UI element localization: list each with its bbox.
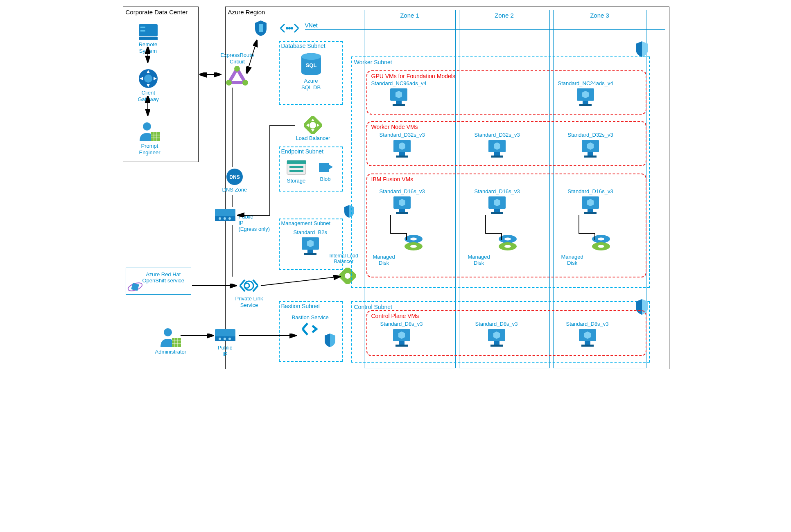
svg-point-38 — [310, 122, 316, 128]
lb-label: Load Balancer — [296, 135, 330, 142]
zone-2-label: Zone 2 — [459, 10, 549, 20]
administrator-icon: Administrator — [155, 327, 187, 355]
svg-point-14 — [226, 80, 232, 86]
worker-z3-label: Standard_D32s_v3 — [568, 132, 613, 138]
load-balancer-icon: Load Balancer — [296, 116, 330, 142]
fusion-vm-z1: Standard_D16s_v3 — [380, 187, 425, 215]
svg-point-96 — [164, 328, 172, 336]
public-ip-2-icon: Public IP — [213, 327, 237, 357]
zone-3-label: Zone 3 — [554, 10, 646, 20]
svg-rect-93 — [581, 345, 594, 347]
er-label: ExpressRoute Circuit — [221, 52, 254, 65]
svg-point-48 — [345, 273, 350, 279]
control-vm-z1: Standard_D8s_v3 — [380, 320, 423, 348]
disk-line-z2 — [484, 215, 504, 244]
expressroute-icon: ExpressRoute Circuit — [221, 51, 254, 87]
ba-svc-label: Bastion Service — [292, 314, 329, 321]
fusion-z2-label: Standard_D16s_v3 — [475, 188, 520, 195]
disk-line-z3 — [577, 215, 597, 244]
worker-z1-label: Standard_D32s_v3 — [380, 132, 425, 138]
svg-rect-71 — [588, 209, 593, 212]
svg-point-21 — [228, 217, 231, 220]
svg-point-76 — [410, 245, 417, 248]
fusion-z1-label: Standard_D16s_v3 — [380, 188, 425, 195]
client-gateway-icon: Client Gateway — [138, 68, 159, 102]
disk-z1-label: Managed Disk — [373, 254, 395, 266]
svg-point-84 — [598, 245, 604, 248]
worker-sub-label: Worker Subnet — [354, 59, 392, 65]
vnet-peering-icon — [277, 22, 302, 34]
ba-sub-label: Bastion Subnet — [281, 303, 320, 309]
bastion-shield-icon — [324, 333, 336, 347]
svg-rect-68 — [494, 209, 500, 212]
mg-vm-label: Standard_B2s — [294, 229, 327, 236]
remote-system-icon: Remote System — [138, 23, 158, 54]
svg-point-27 — [224, 338, 226, 340]
svg-rect-2 — [140, 30, 145, 32]
fusion-vm-z3: Standard_D16s_v3 — [568, 187, 613, 215]
svg-point-6 — [143, 122, 151, 131]
svg-point-26 — [219, 338, 221, 340]
client-gateway-label: Client Gateway — [138, 90, 159, 102]
worker-shield-icon — [635, 41, 649, 57]
endpoint-subnet: Endpoint Subnet Storage Blob — [279, 147, 343, 192]
gpu-vm-z3: Standard_NC24ads_v4 — [558, 79, 613, 107]
worker-title: Worker Node VMs — [371, 124, 418, 130]
blob-label: Blob — [320, 176, 330, 183]
gpu-title: GPU VMs for Foundation Models — [371, 73, 455, 79]
svg-rect-57 — [396, 156, 408, 158]
svg-rect-3 — [139, 37, 158, 40]
ep-sub-label: Endpoint Subnet — [281, 148, 324, 155]
svg-rect-87 — [396, 345, 408, 347]
remote-system-label: Remote System — [139, 41, 158, 54]
svg-rect-62 — [588, 152, 593, 156]
sql-label: Azure SQL DB — [301, 78, 321, 90]
svg-point-82 — [598, 238, 604, 241]
control-z2-label: Standard_D8s_v3 — [475, 321, 518, 327]
svg-point-31 — [288, 27, 291, 29]
disk-z2-label: Managed Disk — [468, 254, 490, 266]
svg-rect-86 — [399, 341, 405, 345]
blob-icon: Blob — [316, 159, 334, 183]
svg-rect-54 — [579, 104, 592, 106]
svg-point-13 — [242, 80, 248, 86]
gpu-vm-z1: Standard_NC96ads_v4 — [371, 79, 427, 107]
svg-rect-72 — [584, 212, 597, 214]
control-z3-label: Standard_D8s_v3 — [566, 321, 609, 327]
fusion-vm-z2: Standard_D16s_v3 — [475, 187, 520, 215]
svg-rect-1 — [140, 27, 145, 28]
mg-vm-icon: Standard_B2s — [294, 228, 327, 256]
svg-rect-90 — [490, 345, 503, 347]
svg-rect-92 — [585, 341, 590, 345]
control-sub-label: Control Subnet — [354, 304, 392, 310]
public-ip-1-icon — [213, 207, 237, 223]
dns-label: DNS Zone — [222, 187, 247, 193]
private-link-icon: Private Link Service — [235, 277, 263, 308]
disk-line-z1 — [389, 215, 409, 244]
zone-1-label: Zone 1 — [364, 10, 455, 20]
control-vm-z2: Standard_D8s_v3 — [475, 320, 518, 348]
storage-label: Storage — [287, 178, 306, 184]
vnet-label: VNet — [305, 22, 318, 29]
database-subnet: Database Subnet SQL Azure SQL DB — [279, 41, 343, 105]
control-z1-label: Standard_D8s_v3 — [380, 321, 423, 327]
svg-rect-7 — [151, 132, 160, 141]
db-sub-label: Database Subnet — [281, 43, 325, 49]
svg-rect-66 — [396, 212, 408, 214]
corp-title: Corporate Data Center — [126, 9, 188, 16]
worker-z2-label: Standard_D32s_v3 — [475, 132, 520, 138]
svg-point-35 — [301, 53, 321, 60]
svg-rect-63 — [584, 156, 597, 158]
architecture-diagram: Corporate Data Center Remote System Clie… — [118, 0, 673, 373]
svg-point-28 — [228, 338, 231, 340]
svg-rect-42 — [289, 170, 303, 172]
storage-icon: Storage — [285, 159, 307, 184]
fusion-z3-label: Standard_D16s_v3 — [568, 188, 613, 195]
gpu-z3-label: Standard_NC24ads_v4 — [558, 80, 613, 87]
svg-rect-69 — [491, 212, 503, 214]
control-title: Control Plane VMs — [371, 313, 419, 319]
svg-rect-89 — [494, 341, 499, 345]
svg-rect-51 — [393, 104, 405, 106]
svg-point-20 — [224, 217, 226, 220]
mg-sub-label: Management Subnet — [281, 220, 331, 226]
